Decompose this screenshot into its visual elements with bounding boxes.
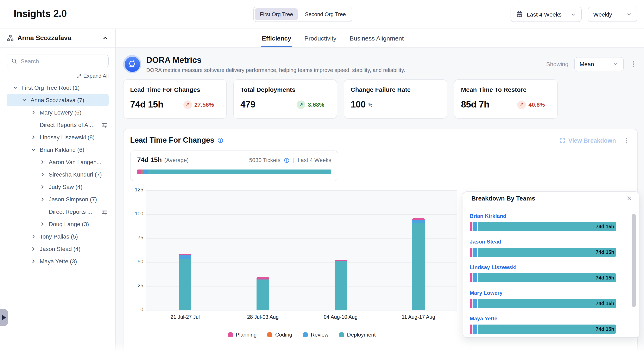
filter-icon[interactable]	[100, 208, 108, 215]
breakdown-title: Breakdown By Teams	[471, 195, 625, 202]
main-area: EfficiencyProductivityBusiness Alignment	[116, 29, 644, 351]
x-axis-tick-label: 21 Jul-27 Jul	[146, 314, 224, 320]
bar-segment-review	[472, 299, 477, 308]
chevron-right-icon[interactable]	[30, 258, 37, 265]
trend-up-arrow-icon: ↗	[518, 100, 526, 109]
tree-item-sireesha-kunduri-7[interactable]: Sireesha Kunduri (7)	[6, 168, 109, 181]
tree-item-lindsay-liszewski-8[interactable]: Lindsay Liszewski (8)	[6, 131, 109, 143]
sidebar-collapse-handle[interactable]	[0, 309, 8, 326]
org-tree-option-second[interactable]: Second Org Tree	[300, 8, 351, 20]
chevron-down-icon[interactable]	[21, 96, 28, 104]
tree-item-label: Brian Kirkland (6)	[40, 146, 109, 153]
tab-business-alignment[interactable]: Business Alignment	[350, 29, 404, 47]
x-axis-tick-label: 04 Aug-10 Aug	[302, 314, 380, 320]
search-icon	[11, 58, 17, 64]
info-icon[interactable]	[284, 157, 290, 163]
legend-color-chip	[303, 332, 308, 337]
scrollbar-thumb[interactable]	[632, 214, 636, 307]
bar-11-aug-17-aug[interactable]	[412, 218, 425, 310]
chevron-up-icon[interactable]	[102, 35, 109, 41]
tree-item-maya-yette-3[interactable]: Maya Yette (3)	[6, 255, 109, 267]
aggregation-value: Mean	[580, 61, 594, 67]
team-link-mary-lowery[interactable]: Mary Lowery	[470, 290, 502, 296]
granularity-select[interactable]: Weekly	[588, 7, 638, 22]
org-tree-toggle: First Org Tree Second Org Tree	[253, 7, 352, 22]
tree-item-tony-pallas-5[interactable]: Tony Pallas (5)	[6, 230, 109, 243]
chevron-right-icon[interactable]	[39, 196, 46, 203]
legend-item-deployment[interactable]: Deployment	[339, 331, 376, 338]
legend-item-coding[interactable]: Coding	[267, 331, 292, 338]
view-breakdown-label: View Breakdown	[568, 137, 616, 144]
view-breakdown-button[interactable]: View Breakdown	[559, 137, 616, 144]
bar-segment-planning	[470, 324, 472, 334]
team-leadtime-bar[interactable]: 74d 15h	[470, 273, 616, 282]
chevron-down-icon	[570, 11, 576, 17]
bar-segment-deployment	[478, 222, 616, 231]
tree-item-aaron-van-langen[interactable]: Aaron Van Langen...	[6, 156, 109, 168]
chevron-right-icon[interactable]	[39, 220, 46, 228]
tree-item-anna-scozzafava-7[interactable]: Anna Scozzafava (7)	[6, 94, 109, 106]
org-tree-option-first[interactable]: First Org Tree	[255, 8, 298, 20]
team-link-jason-stead[interactable]: Jason Stead	[470, 239, 501, 245]
tree-item-jason-simpson-7[interactable]: Jason Simpson (7)	[6, 193, 109, 205]
chart-plot-area	[146, 190, 457, 310]
chevron-right-icon[interactable]	[30, 245, 37, 253]
tree-item-direct-reports-of-a[interactable]: Direct Reports of A...	[6, 119, 109, 131]
tree-item-jason-stead-4[interactable]: Jason Stead (4)	[6, 243, 109, 255]
content-area: DORA Metrics DORA metrics measure softwa…	[116, 48, 644, 351]
search-input[interactable]	[21, 58, 104, 64]
filter-icon[interactable]	[100, 121, 108, 129]
bar-21-jul-27-jul[interactable]	[179, 254, 191, 310]
team-leadtime-bar[interactable]: 74d 15h	[470, 222, 616, 231]
expand-all-button[interactable]: Expand All	[6, 73, 109, 79]
tree-item-brian-kirkland-6[interactable]: Brian Kirkland (6)	[6, 143, 109, 156]
average-leadtime-summary: 74d 15h (Average) 5030 Tickets | Last 4 …	[137, 156, 331, 164]
chevron-right-icon[interactable]	[39, 183, 46, 191]
bar-28-jul-03-aug[interactable]	[257, 277, 269, 310]
chevron-right-icon[interactable]	[30, 233, 37, 240]
team-leadtime-bar[interactable]: 74d 15h	[470, 299, 616, 308]
chevron-right-icon[interactable]	[39, 158, 46, 166]
team-link-maya-yette[interactable]: Maya Yette	[470, 315, 497, 322]
tab-productivity[interactable]: Productivity	[304, 29, 336, 47]
gridline	[146, 238, 457, 239]
sidebar-search[interactable]	[6, 55, 109, 67]
bar-04-aug-10-aug[interactable]	[334, 260, 347, 310]
tree-item-label: Jason Simpson (7)	[49, 196, 109, 203]
chevron-down-icon[interactable]	[12, 84, 19, 91]
chevron-down-icon[interactable]	[30, 146, 37, 153]
kebab-menu-icon[interactable]	[622, 136, 631, 145]
date-range-select[interactable]: Last 4 Weeks	[510, 7, 582, 22]
team-leadtime-bar[interactable]: 74d 15h	[470, 324, 616, 334]
tree-item-judy-saw-4[interactable]: Judy Saw (4)	[6, 181, 109, 193]
avg-bar-segment-planning	[137, 170, 142, 174]
aggregation-select[interactable]: Mean	[574, 57, 624, 71]
tree-item-doug-lange-3[interactable]: Doug Lange (3)	[6, 218, 109, 230]
legend-item-planning[interactable]: Planning	[228, 331, 256, 338]
breakdown-row-mary-lowery: Mary Lowery74d 15h	[470, 289, 624, 308]
sidebar-header[interactable]: Anna Scozzafava	[0, 29, 115, 48]
tree-item-direct-reports[interactable]: Direct Reports ...	[6, 205, 109, 218]
x-axis: 21 Jul-27 Jul28 Jul-03 Aug04 Aug-10 Aug1…	[146, 314, 457, 322]
team-link-brian-kirkland[interactable]: Brian Kirkland	[470, 213, 506, 219]
tree-item-label: Maya Yette (3)	[40, 258, 109, 265]
tree-item-first-org-tree-root-1[interactable]: First Org Tree Root (1)	[6, 82, 109, 94]
trend-up-arrow-icon: ↗	[297, 100, 306, 109]
team-link-lindsay-liszewski[interactable]: Lindsay Liszewski	[470, 264, 516, 270]
tree-item-label: Aaron Van Langen...	[49, 159, 109, 165]
top-header: Insights 2.0 First Org Tree Second Org T…	[0, 0, 644, 29]
close-icon[interactable]	[625, 194, 633, 202]
info-icon[interactable]	[217, 137, 223, 143]
kebab-menu-icon[interactable]	[630, 60, 638, 68]
bar-segment-deployment	[257, 279, 269, 310]
tree-item-mary-lowery-6[interactable]: Mary Lowery (6)	[6, 106, 109, 119]
legend-item-review[interactable]: Review	[303, 331, 328, 338]
tab-efficiency[interactable]: Efficiency	[262, 29, 291, 47]
scrollbar[interactable]	[632, 212, 636, 331]
metric-value-row: 85d 7h↗40.8%	[461, 99, 551, 110]
chevron-right-icon[interactable]	[30, 134, 37, 141]
chevron-right-icon[interactable]	[39, 171, 46, 178]
team-leadtime-bar[interactable]: 74d 15h	[470, 248, 616, 257]
tree-item-label: Mary Lowery (6)	[40, 109, 109, 116]
chevron-right-icon[interactable]	[30, 109, 37, 116]
